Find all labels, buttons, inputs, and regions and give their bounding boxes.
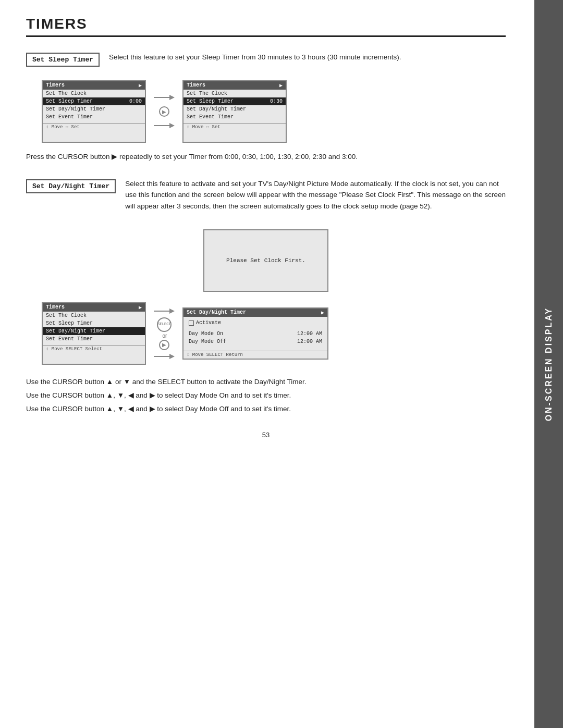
daynight-header: Set Day/Night Timer Select this feature … <box>26 178 506 219</box>
menu2-item-1: Set The Clock <box>183 90 286 97</box>
clock-message-container: Please Set Clock First. <box>26 229 506 292</box>
daynight-arrows: SELECT or ▶ <box>151 306 177 362</box>
sidebar: ON-SCREEN DISPLAY <box>534 0 563 728</box>
sidebar-label: ON-SCREEN DISPLAY <box>544 307 554 421</box>
daynight-row1: Day Mode On 12:00 AM <box>189 330 322 338</box>
menu2-item-2-highlighted: Set Sleep Timer 0:30 <box>183 97 286 105</box>
daynight-menu2-title: Set Day/Night Timer ▶ <box>183 309 327 317</box>
daynight-body: Activate Day Mode On 12:00 AM Day Mode O… <box>183 317 327 349</box>
sleep-timer-menu1: Timers ▶ Set The Clock Set Sleep Timer 0… <box>42 80 146 143</box>
menu1-title: Timers ▶ <box>43 81 145 90</box>
menu1-item-2-highlighted: Set Sleep Timer 0:00 <box>43 97 145 105</box>
svg-marker-3 <box>169 123 175 128</box>
daynight-label: Set Day/Night Timer <box>26 179 116 193</box>
day-mode-on-label: Day Mode On <box>189 331 223 337</box>
daynight-menu1-item2: Set Sleep Timer <box>43 319 145 327</box>
arrow-right-icon3 <box>151 306 177 316</box>
day-mode-off-label: Day Mode Off <box>189 339 226 344</box>
clock-message-text: Please Set Clock First. <box>226 257 305 264</box>
daynight-menu1-item4: Set Event Timer <box>43 335 145 343</box>
daynight-instructions: Use the CURSOR button ▲ or ▼ and the SEL… <box>26 375 506 415</box>
sleep-timer-header: Set Sleep Timer Select this feature to s… <box>26 52 506 72</box>
arrow1: ▶ <box>151 90 177 133</box>
sleep-timer-label: Set Sleep Timer <box>26 53 100 67</box>
down-cursor-circle: ▶ <box>159 340 169 350</box>
sleep-timer-menu2: Timers ▶ Set The Clock Set Sleep Timer 0… <box>182 80 287 143</box>
menu1-item-1: Set The Clock <box>43 90 145 97</box>
arrow-right-icon4 <box>151 351 177 362</box>
menu2-footer: ↕ Move ↔ Set <box>183 123 286 131</box>
menu1-item-4: Set Event Timer <box>43 113 145 121</box>
instruction-1: Use the CURSOR button ▲ or ▼ and the SEL… <box>26 375 506 389</box>
daynight-menu1-item1: Set The Clock <box>43 312 145 319</box>
page-title: TIMERS <box>26 16 506 37</box>
daynight-menu1-footer: ↕ Move SELECT Select <box>43 345 145 353</box>
activate-label: Activate <box>196 320 221 326</box>
main-content: TIMERS Set Sleep Timer Select this featu… <box>0 0 532 470</box>
menu1-footer: ↕ Move ↔ Set <box>43 123 145 131</box>
cursor-circle: ▶ <box>159 106 169 117</box>
daynight-menu1-item3-highlighted: Set Day/Night Timer <box>43 327 145 335</box>
menu2-title: Timers ▶ <box>183 81 286 90</box>
daynight-row2: Day Mode Off 12:00 AM <box>189 338 322 346</box>
svg-marker-1 <box>169 95 175 100</box>
daynight-activate: Activate <box>189 320 322 326</box>
svg-marker-7 <box>169 354 175 359</box>
daynight-diagrams: Timers ▶ Set The Clock Set Sleep Timer S… <box>26 302 506 365</box>
instruction-2: Use the CURSOR button ▲, ▼, ◀ and ▶ to s… <box>26 389 506 402</box>
daynight-menu2: Set Day/Night Timer ▶ Activate Day Mode … <box>182 307 328 360</box>
menu2-item-4: Set Event Timer <box>183 113 286 121</box>
day-mode-off-value: 12:00 AM <box>297 339 322 344</box>
menu2-item-3: Set Day/Night Timer <box>183 105 286 113</box>
select-circle: SELECT <box>157 317 172 332</box>
page-number: 53 <box>26 431 506 439</box>
sleep-timer-description: Select this feature to set your Sleep Ti… <box>109 52 401 63</box>
sleep-timer-section: Set Sleep Timer Select this feature to s… <box>26 52 506 163</box>
clock-message-box: Please Set Clock First. <box>203 229 328 292</box>
daynight-description: Select this feature to activate and set … <box>125 178 506 212</box>
daynight-menu1-title: Timers ▶ <box>43 303 145 312</box>
day-mode-on-value: 12:00 AM <box>297 331 322 337</box>
daynight-menu1: Timers ▶ Set The Clock Set Sleep Timer S… <box>42 302 146 365</box>
instruction-3: Use the CURSOR button ▲, ▼, ◀ and ▶ to s… <box>26 402 506 416</box>
or-text: or <box>163 333 167 339</box>
daynight-menu2-footer: ↕ Move SELECT Return <box>183 351 327 359</box>
press-instruction: Press the CURSOR button ▶ repeatedly to … <box>26 151 506 163</box>
daynight-section: Set Day/Night Timer Select this feature … <box>26 178 506 416</box>
menu1-item-3: Set Day/Night Timer <box>43 105 145 113</box>
arrow-right-icon <box>151 90 177 105</box>
svg-marker-5 <box>169 309 175 314</box>
arrow-right-icon2 <box>151 118 177 133</box>
activate-checkbox <box>189 320 194 326</box>
sleep-timer-diagrams: Timers ▶ Set The Clock Set Sleep Timer 0… <box>26 80 506 143</box>
